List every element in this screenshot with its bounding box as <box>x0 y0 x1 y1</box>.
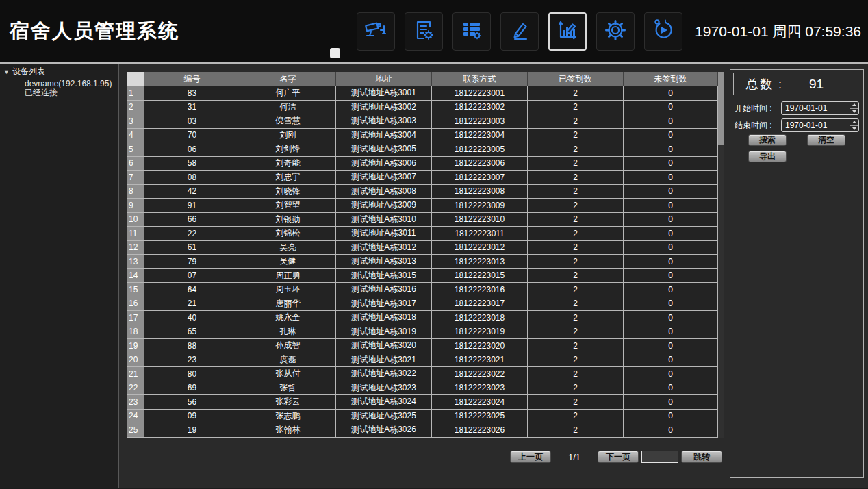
table-cell: 69 <box>144 381 240 396</box>
table-cell: 79 <box>144 255 240 269</box>
table-row[interactable]: 1564周玉环测试地址A栋30161812222301620 <box>127 283 718 297</box>
total-count-box: 总数 : 91 <box>733 73 860 95</box>
table-row[interactable]: 842刘晓锋测试地址A栋30081812222300820 <box>127 185 718 199</box>
table-cell: 测试地址A栋3009 <box>336 199 432 213</box>
row-index-cell: 19 <box>127 339 144 353</box>
spin-down-icon[interactable] <box>850 125 858 132</box>
end-date-input[interactable]: 1970-01-01 <box>781 118 859 132</box>
table-cell: 18122223025 <box>432 410 528 424</box>
search-button[interactable]: 搜索 <box>748 134 787 146</box>
table-row[interactable]: 2356张彩云测试地址A栋30241812222302420 <box>127 395 718 410</box>
table-row[interactable]: 1379吴健测试地址A栋30131812222301320 <box>127 255 718 269</box>
table-row[interactable]: 2519张翰林测试地址A栋30261812222302620 <box>127 423 718 438</box>
spin-down-icon[interactable] <box>850 108 858 115</box>
table-row[interactable]: 1407周正勇测试地址A栋30151812222301520 <box>127 269 718 284</box>
table-cell: 刘奇能 <box>240 157 336 171</box>
table-row[interactable]: 991刘智望测试地址A栋30091812222300920 <box>127 199 718 213</box>
table-cell: 18122223013 <box>432 255 528 269</box>
splitter-handle[interactable] <box>330 48 340 58</box>
header-contact: 联系方式 <box>432 72 528 86</box>
table-cell: 0 <box>624 142 718 157</box>
table-cell: 18122223012 <box>432 241 528 255</box>
total-value: 91 <box>809 77 824 92</box>
export-button[interactable]: 导出 <box>748 151 787 162</box>
table-row[interactable]: 470刘刚测试地址A栋30041812222300420 <box>127 129 718 143</box>
next-page-button[interactable]: 下一页 <box>598 451 639 463</box>
playback-history-button[interactable] <box>644 12 682 51</box>
table-row[interactable]: 1740姚永全测试地址A栋30181812222301820 <box>127 311 718 325</box>
table-cell: 18122223001 <box>432 86 528 101</box>
table-row[interactable]: 303倪雪慧测试地址A栋30031812222300320 <box>127 114 718 129</box>
start-date-input[interactable]: 1970-01-01 <box>781 101 859 115</box>
settings-button[interactable] <box>596 12 635 51</box>
table-row[interactable]: 2269张哲测试地址A栋30231812222302320 <box>127 381 718 396</box>
table-cell: 83 <box>144 86 240 101</box>
table-cell: 18122223016 <box>432 283 528 297</box>
table-cell: 0 <box>624 410 718 424</box>
table-cell: 2 <box>528 255 624 269</box>
jump-button[interactable]: 跳转 <box>681 451 722 463</box>
prev-page-button[interactable]: 上一页 <box>510 451 551 463</box>
table-cell: 2 <box>528 101 624 115</box>
table-cell: 23 <box>144 353 240 368</box>
main-area: 编号 名字 地址 联系方式 已签到数 未签到数 183何广平测试地址A栋3001… <box>119 64 868 488</box>
table-cell: 测试地址A栋3008 <box>336 185 432 199</box>
table-cell: 测试地址A栋3010 <box>336 213 432 227</box>
table-row[interactable]: 708刘忠宇测试地址A栋30071812222300720 <box>127 171 718 185</box>
table-row[interactable]: 658刘奇能测试地址A栋30061812222300620 <box>127 157 718 171</box>
table-cell: 2 <box>528 142 624 157</box>
camera-monitor-button[interactable] <box>357 12 395 51</box>
row-index-cell: 18 <box>127 325 144 340</box>
table-row[interactable]: 183何广平测试地址A栋30011812222300120 <box>127 86 718 101</box>
table-row[interactable]: 1988孙成智测试地址A栋30201812222302020 <box>127 339 718 353</box>
row-index-cell: 11 <box>127 227 144 241</box>
table-cell: 0 <box>624 339 718 353</box>
table-cell: 18122223024 <box>432 395 528 410</box>
report-settings-button[interactable] <box>405 12 443 51</box>
table-cell: 09 <box>144 410 240 424</box>
table-cell: 测试地址A栋3015 <box>336 269 432 284</box>
table-cell: 测试地址A栋3001 <box>336 86 432 101</box>
spin-up-icon[interactable] <box>850 119 858 125</box>
table-row[interactable]: 231何洁测试地址A栋30021812222300220 <box>127 101 718 115</box>
table-row[interactable]: 1066刘银勋测试地址A栋30101812222301020 <box>127 213 718 227</box>
table-cell: 2 <box>528 339 624 353</box>
table-row[interactable]: 2023庹磊测试地址A栋30211812222302120 <box>127 353 718 368</box>
total-label: 总数 : <box>746 76 783 92</box>
table-cell: 2 <box>528 213 624 227</box>
spin-up-icon[interactable] <box>850 102 858 108</box>
table-cell: 2 <box>528 114 624 129</box>
table-cell: 0 <box>624 311 718 325</box>
device-item[interactable]: devname(192.168.1.95) 已经连接 <box>25 79 118 97</box>
scrollbar-thumb[interactable] <box>718 72 724 145</box>
sign-edit-button[interactable] <box>500 12 539 51</box>
table-cell: 刘忠宇 <box>240 171 336 185</box>
table-cell: 18122223005 <box>432 142 528 157</box>
statistics-button[interactable] <box>548 12 587 51</box>
row-index-cell: 24 <box>127 410 144 424</box>
table-row[interactable]: 1865孔琳测试地址A栋30191812222301920 <box>127 325 718 340</box>
database-settings-button[interactable] <box>452 12 491 51</box>
table-cell: 66 <box>144 213 240 227</box>
table-row[interactable]: 1621唐丽华测试地址A栋30171812222301720 <box>127 297 718 312</box>
table-row[interactable]: 1261吴亮测试地址A栋30121812222301220 <box>127 241 718 255</box>
table-cell: 张从付 <box>240 367 336 381</box>
clear-button[interactable]: 清空 <box>807 134 845 146</box>
table-cell: 测试地址A栋3007 <box>336 171 432 185</box>
jump-page-input[interactable] <box>641 451 678 463</box>
table-row[interactable]: 506刘剑锋测试地址A栋30051812222300520 <box>127 142 718 157</box>
start-date-value: 1970-01-01 <box>782 103 850 113</box>
device-list-node[interactable]: ▼ 设备列表 <box>0 66 118 77</box>
table-cell: 测试地址A栋3005 <box>336 142 432 157</box>
table-cell: 刘银勋 <box>240 213 336 227</box>
table-cell: 2 <box>528 297 624 312</box>
table-row[interactable]: 2409张志鹏测试地址A栋30251812222302520 <box>127 410 718 424</box>
table-cell: 测试地址A栋3011 <box>336 227 432 241</box>
table-cell: 刘智望 <box>240 199 336 213</box>
table-row[interactable]: 1122刘锦松测试地址A栋30111812222301120 <box>127 227 718 241</box>
table-cell: 2 <box>528 353 624 368</box>
table-cell: 测试地址A栋3012 <box>336 241 432 255</box>
table-cell: 测试地址A栋3025 <box>336 410 432 424</box>
table-cell: 64 <box>144 283 240 297</box>
table-row[interactable]: 2180张从付测试地址A栋30221812222302220 <box>127 367 718 381</box>
